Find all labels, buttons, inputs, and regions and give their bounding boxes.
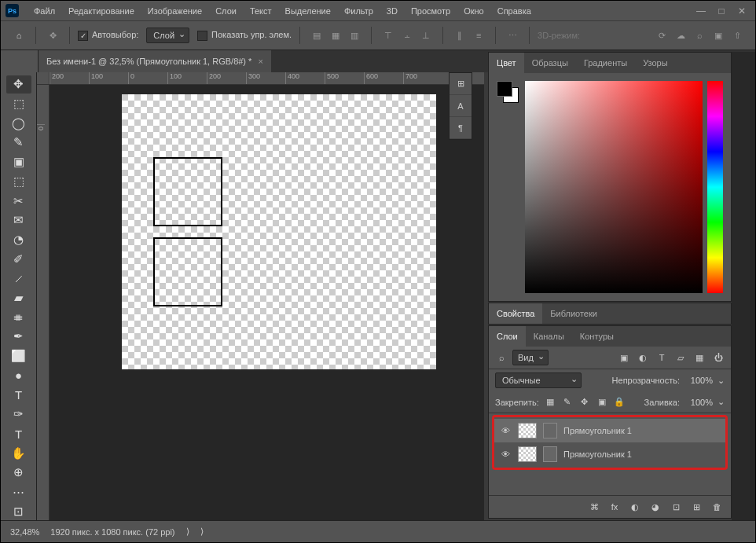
visibility-icon[interactable]: 👁 (499, 426, 512, 435)
layer-row[interactable]: 👁 Прямоугольник 1 (494, 442, 725, 466)
shape-rectangle-2[interactable] (153, 237, 222, 306)
tab-gradients[interactable]: Градиенты (576, 53, 635, 73)
fg-bg-swatch[interactable] (497, 81, 520, 105)
align-left-icon[interactable]: ▤ (308, 27, 325, 44)
adjustment-layer-icon[interactable]: ◕ (649, 501, 662, 513)
fill-input[interactable] (684, 398, 713, 407)
filter-smart-icon[interactable]: ▦ (693, 351, 706, 364)
menu-layers[interactable]: Слои (210, 3, 242, 19)
layer-thumb[interactable] (518, 423, 537, 438)
tool-quick-select[interactable]: ✎ (6, 134, 31, 152)
tool-shape[interactable]: T (6, 425, 31, 443)
distribute-v-icon[interactable]: ≡ (470, 27, 487, 44)
dock-paragraph-icon[interactable]: ¶ (450, 117, 472, 139)
tool-type[interactable]: T (6, 386, 31, 404)
auto-select-target[interactable]: Слой (146, 28, 189, 43)
menu-filter[interactable]: Фильтр (339, 3, 379, 19)
filter-adjust-icon[interactable]: ◐ (637, 351, 649, 364)
filter-shape-icon[interactable]: ▱ (674, 351, 687, 364)
lock-transparency-icon[interactable]: ▦ (544, 396, 556, 409)
layer-filter-select[interactable]: Вид (512, 350, 549, 365)
chevron-down-icon[interactable]: ⌄ (717, 397, 725, 407)
minimize-button[interactable]: — (692, 4, 710, 18)
menu-window[interactable]: Окно (458, 3, 490, 19)
maximize-button[interactable]: □ (713, 4, 730, 18)
distribute-h-icon[interactable]: ∥ (451, 27, 468, 44)
align-center-icon[interactable]: ▦ (327, 27, 344, 44)
align-middle-icon[interactable]: ⫠ (398, 27, 416, 44)
layer-thumb[interactable] (518, 446, 537, 462)
chevron-down-icon[interactable]: ⌄ (717, 376, 725, 386)
home-button[interactable]: ⌂ (10, 27, 28, 44)
filter-toggle-icon[interactable]: ⏻ (712, 351, 725, 364)
color-spectrum[interactable] (525, 81, 703, 293)
layer-style-icon[interactable]: fx (608, 501, 621, 513)
tab-libraries[interactable]: Библиотеки (542, 303, 605, 324)
share-icon[interactable]: ⇧ (728, 27, 746, 44)
menu-image[interactable]: Изображение (142, 3, 207, 19)
tool-zoom[interactable]: ⊕ (6, 464, 31, 482)
menu-select[interactable]: Выделение (280, 3, 336, 19)
move-tool-icon[interactable]: ✥ (44, 27, 61, 44)
menu-edit[interactable]: Редактирование (63, 3, 140, 19)
tab-patterns[interactable]: Узоры (635, 53, 675, 73)
visibility-icon[interactable]: 👁 (499, 449, 512, 459)
tool-hand[interactable]: ✋ (6, 444, 31, 462)
dock-icon-1[interactable]: ⊞ (450, 73, 472, 95)
layer-mask-icon[interactable]: ◐ (629, 501, 641, 513)
tab-properties[interactable]: Свойства (489, 303, 542, 324)
ruler-vertical[interactable]: 0 (37, 85, 50, 520)
tool-path-select[interactable]: ✑ (6, 405, 31, 424)
lock-pixels-icon[interactable]: ✎ (561, 396, 574, 409)
hue-slider[interactable] (707, 81, 723, 293)
align-right-icon[interactable]: ▥ (346, 27, 363, 44)
blend-mode-select[interactable]: Обычные (495, 372, 582, 388)
auto-select-check[interactable]: Автовыбор: (78, 30, 138, 41)
tool-heal[interactable]: ✉ (6, 211, 31, 229)
close-button[interactable]: ✕ (733, 4, 750, 18)
menu-file[interactable]: Файл (28, 3, 61, 19)
group-icon[interactable]: ⊡ (670, 501, 682, 513)
tool-history-brush[interactable]: ⟋ (6, 270, 31, 288)
delete-layer-icon[interactable]: 🗑 (710, 501, 723, 513)
tool-eyedropper[interactable]: ✂ (6, 192, 31, 210)
show-transform-check[interactable]: Показать упр. элем. (197, 30, 292, 41)
search-icon[interactable]: ⌕ (691, 27, 708, 44)
layer-mask-thumb[interactable] (543, 423, 557, 438)
new-layer-icon[interactable]: ⊞ (690, 501, 703, 513)
canvas[interactable] (122, 94, 436, 369)
tool-lasso[interactable]: ◯ (6, 114, 31, 132)
lock-all-icon[interactable]: 🔒 (613, 396, 626, 409)
tool-eraser[interactable]: ▰ (6, 289, 31, 307)
layer-row[interactable]: 👁 Прямоугольник 1 (494, 419, 725, 442)
tab-paths[interactable]: Контуры (572, 326, 622, 347)
shape-rectangle-1[interactable] (153, 157, 222, 226)
orbit-icon[interactable]: ⟳ (653, 27, 670, 44)
tool-blur[interactable]: ✒ (6, 328, 31, 346)
align-bottom-icon[interactable]: ⊥ (417, 27, 435, 44)
filter-type-icon[interactable]: T (655, 351, 668, 364)
tool-color-swap[interactable]: ⊡ (6, 502, 31, 520)
align-top-icon[interactable]: ⊤ (380, 27, 397, 44)
menu-text[interactable]: Текст (244, 3, 277, 19)
tab-close-icon[interactable]: × (258, 57, 262, 66)
tab-channels[interactable]: Каналы (526, 326, 572, 347)
menu-3d[interactable]: 3D (381, 3, 403, 19)
info-arrow-icon[interactable]: ⟩ (200, 526, 204, 537)
tool-gradient[interactable]: ⩩ (6, 308, 31, 326)
zoom-level[interactable]: 32,48% (10, 527, 39, 537)
tool-pen[interactable]: ● (6, 367, 31, 385)
views-icon[interactable]: ▣ (710, 27, 727, 44)
cloud-icon[interactable]: ☁ (672, 27, 689, 44)
tool-move[interactable]: ✥ (6, 75, 31, 94)
dock-character-icon[interactable]: A (450, 95, 472, 117)
layer-mask-thumb[interactable] (543, 446, 557, 462)
document-tab[interactable]: Без имени-1 @ 32,5% (Прямоугольник 1, RG… (39, 50, 271, 72)
tab-swatches[interactable]: Образцы (524, 53, 576, 73)
tool-dodge[interactable]: ⬜ (6, 347, 31, 365)
tool-stamp[interactable]: ✐ (6, 250, 31, 268)
document-info[interactable]: 1920 пикс. x 1080 пикс. (72 ppi) (50, 527, 174, 537)
tool-marquee[interactable]: ⬚ (6, 95, 31, 113)
tool-brush[interactable]: ◔ (6, 231, 31, 249)
ruler-horizontal[interactable]: 2001000100200300400500600700 (50, 72, 484, 85)
